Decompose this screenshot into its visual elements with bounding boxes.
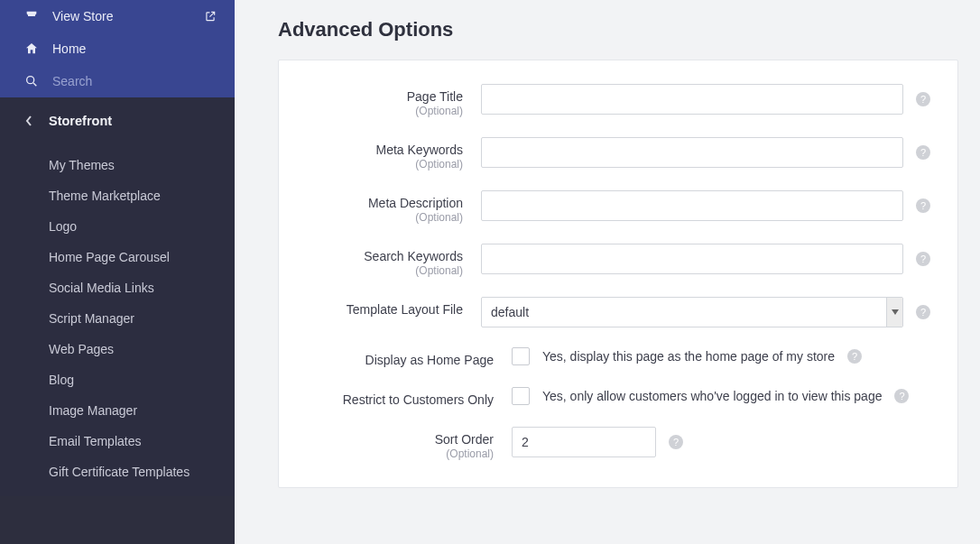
input-meta-keywords[interactable]	[481, 137, 903, 168]
sidebar-search-placeholder: Search	[52, 74, 92, 88]
label-meta-keywords-text: Meta Keywords	[376, 143, 463, 157]
sidebar-item-logo[interactable]: Logo	[0, 211, 235, 242]
sidebar-section-storefront[interactable]: Storefront	[0, 97, 235, 144]
sidebar-item-web-pages[interactable]: Web Pages	[0, 334, 235, 364]
label-search-keywords-text: Search Keywords	[364, 249, 463, 263]
label-display-home-text: Display as Home Page	[365, 353, 494, 367]
help-icon[interactable]: ?	[916, 305, 930, 319]
sidebar-top: View Store Home Search	[0, 0, 235, 97]
label-sort-order: Sort Order (Optional)	[306, 427, 512, 460]
label-search-keywords: Search Keywords (Optional)	[306, 244, 481, 277]
sidebar-item-gift-certificate-templates[interactable]: Gift Certificate Templates	[0, 456, 235, 487]
help-icon[interactable]: ?	[916, 145, 930, 160]
row-restrict-customers: Restrict to Customers Only Yes, only all…	[306, 387, 930, 407]
sidebar-item-script-manager[interactable]: Script Manager	[0, 303, 235, 334]
sidebar-item-my-themes[interactable]: My Themes	[0, 150, 235, 180]
label-page-title: Page Title (Optional)	[306, 84, 481, 117]
label-template-layout: Template Layout File	[306, 297, 481, 317]
desc-display-home: Yes, display this page as the home page …	[542, 349, 835, 364]
label-display-home: Display as Home Page	[306, 347, 512, 367]
help-icon[interactable]: ?	[916, 198, 930, 213]
main-content: Advanced Options Page Title (Optional) ?…	[235, 0, 980, 544]
sidebar-main: Storefront My Themes Theme Marketplace L…	[0, 97, 235, 496]
external-link-icon	[202, 8, 218, 24]
label-restrict-customers: Restrict to Customers Only	[306, 387, 512, 407]
select-template-layout-value: default	[491, 305, 529, 319]
storefront-icon	[23, 8, 40, 24]
sidebar-search[interactable]: Search	[0, 65, 235, 97]
sidebar: View Store Home Search Storefront	[0, 0, 235, 544]
sidebar-view-store[interactable]: View Store	[0, 0, 235, 32]
input-sort-order[interactable]	[512, 427, 656, 457]
sidebar-item-theme-marketplace[interactable]: Theme Marketplace	[0, 180, 235, 211]
row-page-title: Page Title (Optional) ?	[306, 84, 930, 117]
desc-restrict-customers: Yes, only allow customers who've logged …	[542, 389, 882, 403]
label-meta-description: Meta Description (Optional)	[306, 190, 481, 224]
checkbox-restrict-customers[interactable]	[512, 387, 530, 405]
sidebar-view-store-label: View Store	[52, 9, 113, 23]
label-template-layout-text: Template Layout File	[347, 302, 463, 317]
help-icon[interactable]: ?	[916, 252, 930, 266]
label-sort-order-text: Sort Order	[435, 432, 494, 447]
sidebar-subitems: My Themes Theme Marketplace Logo Home Pa…	[0, 144, 235, 496]
label-page-title-optional: (Optional)	[306, 105, 463, 117]
checkbox-display-home[interactable]	[512, 347, 530, 365]
page-title: Advanced Options	[278, 18, 958, 41]
sidebar-item-image-manager[interactable]: Image Manager	[0, 395, 235, 426]
help-icon[interactable]: ?	[669, 435, 683, 449]
label-sort-order-optional: (Optional)	[306, 447, 494, 460]
advanced-options-panel: Page Title (Optional) ? Meta Keywords (O…	[278, 60, 958, 488]
label-search-keywords-optional: (Optional)	[306, 264, 463, 277]
chevron-left-icon	[22, 115, 36, 126]
home-icon	[23, 41, 40, 57]
label-meta-keywords-optional: (Optional)	[306, 158, 463, 171]
label-meta-keywords: Meta Keywords (Optional)	[306, 137, 481, 171]
select-template-layout[interactable]: default	[481, 297, 903, 327]
row-template-layout: Template Layout File default ?	[306, 297, 930, 327]
label-page-title-text: Page Title	[407, 89, 463, 104]
sidebar-item-social-media-links[interactable]: Social Media Links	[0, 272, 235, 303]
sidebar-item-email-templates[interactable]: Email Templates	[0, 426, 235, 456]
sidebar-item-blog[interactable]: Blog	[0, 364, 235, 395]
row-meta-keywords: Meta Keywords (Optional) ?	[306, 137, 930, 171]
sidebar-item-home-page-carousel[interactable]: Home Page Carousel	[0, 242, 235, 272]
row-display-home: Display as Home Page Yes, display this p…	[306, 347, 930, 367]
sidebar-section-title: Storefront	[49, 114, 112, 128]
svg-point-0	[27, 77, 34, 84]
search-icon	[23, 73, 40, 89]
input-page-title[interactable]	[481, 84, 903, 115]
help-icon[interactable]: ?	[847, 349, 862, 364]
label-restrict-customers-text: Restrict to Customers Only	[343, 392, 494, 407]
row-search-keywords: Search Keywords (Optional) ?	[306, 244, 930, 277]
row-sort-order: Sort Order (Optional) ?	[306, 427, 930, 460]
row-meta-description: Meta Description (Optional) ?	[306, 190, 930, 224]
help-icon[interactable]: ?	[916, 92, 930, 106]
label-meta-description-text: Meta Description	[368, 196, 463, 210]
sidebar-home-label: Home	[52, 41, 86, 56]
sidebar-home[interactable]: Home	[0, 32, 235, 65]
chevron-down-icon	[886, 298, 902, 327]
input-search-keywords[interactable]	[481, 244, 903, 274]
label-meta-description-optional: (Optional)	[306, 211, 463, 224]
input-meta-description[interactable]	[481, 190, 903, 221]
help-icon[interactable]: ?	[894, 389, 909, 403]
